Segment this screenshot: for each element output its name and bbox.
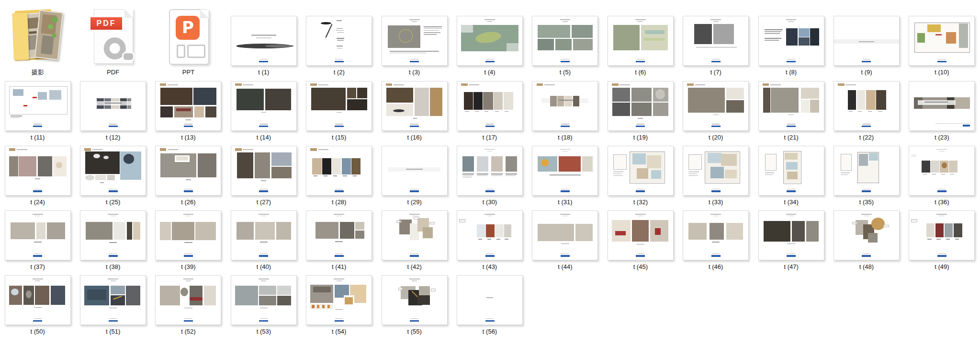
file-item[interactable]: t (43) xyxy=(452,206,527,271)
ppt-layout-shape xyxy=(177,45,185,58)
slide-content-block xyxy=(810,28,819,46)
file-item[interactable]: t (39) xyxy=(151,206,226,271)
file-thumbnail-area xyxy=(5,76,71,133)
slide-header-mark xyxy=(710,214,721,215)
file-label: t (34) xyxy=(784,198,798,206)
file-item[interactable]: t (48) xyxy=(829,206,904,271)
file-item[interactable]: 摄影 xyxy=(0,12,75,76)
file-item[interactable]: t (31) xyxy=(528,141,603,206)
file-item[interactable]: t (42) xyxy=(377,206,452,271)
file-item[interactable]: t (54) xyxy=(302,271,377,336)
slide-footer-logo xyxy=(410,320,419,322)
file-item[interactable]: PDFPDF xyxy=(75,12,150,76)
file-item[interactable]: t (27) xyxy=(226,141,301,206)
slide-footer-logo xyxy=(109,189,117,189)
file-item[interactable]: t (8) xyxy=(754,12,829,76)
file-item[interactable]: t (30) xyxy=(452,141,527,206)
slide-content-block xyxy=(271,152,292,166)
file-item[interactable]: t (34) xyxy=(754,141,829,206)
file-item[interactable]: t (41) xyxy=(302,206,377,271)
page-fold xyxy=(124,9,133,18)
slide-header-mark xyxy=(412,21,417,22)
file-item[interactable]: t (4) xyxy=(452,12,527,76)
file-item[interactable]: t (32) xyxy=(603,141,678,206)
file-item[interactable]: t (55) xyxy=(377,271,452,336)
slide-thumbnail xyxy=(80,146,146,196)
file-item[interactable]: t (23) xyxy=(904,76,980,141)
file-item[interactable]: t (7) xyxy=(678,12,754,76)
slide-content-block xyxy=(801,100,810,113)
slide-thumbnail xyxy=(231,275,297,325)
file-item[interactable]: t (25) xyxy=(75,141,150,206)
slide-header-mark xyxy=(386,83,393,86)
file-item[interactable]: t (24) xyxy=(0,141,75,206)
slide-content-block xyxy=(11,117,20,118)
file-item[interactable]: t (53) xyxy=(226,271,301,336)
slide-footer-logo xyxy=(486,59,494,59)
slide-content-block xyxy=(124,154,134,163)
file-item[interactable]: PPPT xyxy=(151,12,226,76)
slide-content-block xyxy=(265,45,294,47)
slide-thumbnail xyxy=(80,275,146,325)
slide-content-block xyxy=(495,111,499,112)
file-item[interactable]: t (36) xyxy=(904,141,980,206)
slide-header-mark xyxy=(168,84,178,85)
slide-content-block xyxy=(859,41,875,42)
slide-footer-logo xyxy=(486,189,494,189)
file-item[interactable]: t (40) xyxy=(226,206,301,271)
file-item[interactable]: t (6) xyxy=(603,12,678,76)
file-label: t (4) xyxy=(484,68,495,76)
file-item[interactable]: t (38) xyxy=(75,206,150,271)
slide-content-block xyxy=(205,106,216,117)
file-item[interactable]: t (52) xyxy=(151,271,226,336)
file-item[interactable]: t (51) xyxy=(75,271,150,336)
file-item[interactable]: t (19) xyxy=(603,76,678,141)
file-item[interactable]: t (45) xyxy=(603,206,678,271)
file-item[interactable]: t (13) xyxy=(151,76,226,141)
file-item[interactable]: t (37) xyxy=(0,206,75,271)
file-item[interactable]: t (5) xyxy=(528,12,603,76)
file-item[interactable]: t (15) xyxy=(302,76,377,141)
file-thumbnail-area xyxy=(306,12,372,68)
file-item[interactable]: t (3) xyxy=(377,12,452,76)
file-item[interactable]: t (56) xyxy=(452,271,527,336)
file-item[interactable]: t (50) xyxy=(0,271,75,336)
slide-content-block xyxy=(237,89,264,110)
slide-content-block xyxy=(484,111,488,112)
file-item[interactable]: t (29) xyxy=(377,141,452,206)
ppt-p-logo: P xyxy=(176,16,200,40)
slide-thumbnail xyxy=(231,81,297,131)
slide-content-block xyxy=(321,22,331,24)
slide-content-block xyxy=(194,106,204,117)
slide-content-block xyxy=(260,308,268,309)
file-item[interactable]: t (28) xyxy=(302,141,377,206)
file-item[interactable]: t (10) xyxy=(904,12,980,76)
slide-content-block xyxy=(561,244,569,244)
slide-content-block xyxy=(787,244,795,244)
file-item[interactable]: t (47) xyxy=(754,206,829,271)
file-item[interactable]: t (9) xyxy=(829,12,904,76)
file-item[interactable]: t (33) xyxy=(678,141,754,206)
file-item[interactable]: t (16) xyxy=(377,76,452,141)
file-label: t (51) xyxy=(106,327,120,336)
file-item[interactable]: t (12) xyxy=(75,76,150,141)
file-item[interactable]: t (44) xyxy=(528,206,603,271)
slide-content-block xyxy=(504,224,511,238)
file-item[interactable]: t (21) xyxy=(754,76,829,141)
file-item[interactable]: t (14) xyxy=(226,76,301,141)
slide-content-block xyxy=(946,32,957,44)
file-item[interactable]: t (1) xyxy=(226,12,301,76)
file-item[interactable]: t (18) xyxy=(528,76,603,141)
file-item[interactable]: t (11) xyxy=(0,76,75,141)
file-item[interactable]: t (2) xyxy=(302,12,377,76)
slide-header-mark xyxy=(786,19,797,20)
slide-content-block xyxy=(261,180,266,181)
file-item[interactable]: t (35) xyxy=(829,141,904,206)
file-item[interactable]: t (20) xyxy=(678,76,754,141)
file-item[interactable]: t (17) xyxy=(452,76,527,141)
file-item[interactable]: t (46) xyxy=(678,206,754,271)
slide-content-block xyxy=(505,111,508,112)
file-item[interactable]: t (22) xyxy=(829,76,904,141)
file-item[interactable]: t (26) xyxy=(151,141,226,206)
file-item[interactable]: t (49) xyxy=(904,206,980,271)
